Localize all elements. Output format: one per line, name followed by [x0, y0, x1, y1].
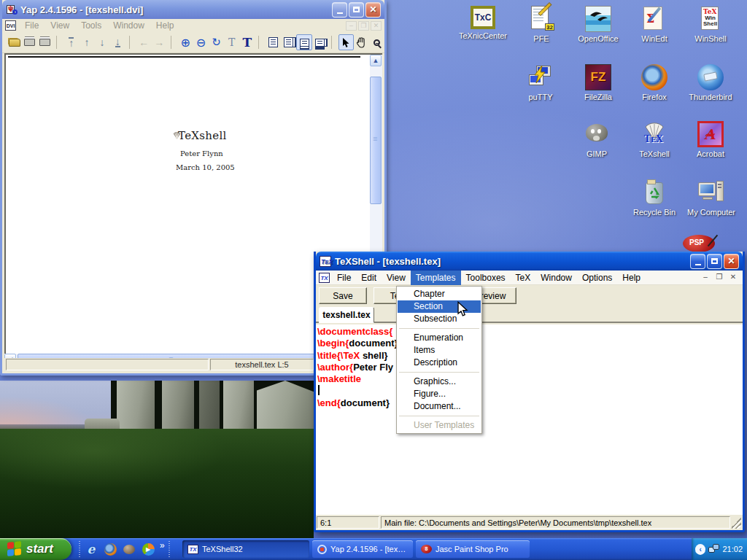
texshell-menu-toolboxes[interactable]: Toolboxes — [461, 271, 511, 285]
yap-mdi-close-button[interactable]: ✕ — [371, 21, 382, 31]
texshell-titlebar[interactable]: TEX TeXShell - [texshell.tex] ✕ — [316, 252, 743, 271]
templates-menu-item-chapter[interactable]: Chapter — [398, 288, 481, 300]
desktop-icon-openoffice[interactable]: OpenOffice — [569, 6, 627, 43]
zoom-out-icon[interactable]: ⊖ — [193, 34, 209, 50]
templates-menu-item-figure[interactable]: Figure... — [398, 388, 481, 400]
desktop-icon-my-computer[interactable]: My Computer — [682, 179, 740, 217]
text-caret — [318, 385, 320, 395]
yap-mdi-minimize-button[interactable]: – — [346, 21, 357, 31]
desktop-icon-paint-shop-pro[interactable]: PSP — [683, 235, 715, 252]
desktop-icon-texniccenter[interactable]: TxC TeXnicCenter — [454, 6, 512, 40]
texshell-menu-edit[interactable]: Edit — [356, 271, 382, 285]
print-page-icon[interactable] — [37, 34, 53, 50]
continuous-facing-view-icon[interactable] — [312, 34, 328, 50]
yap-menu-file[interactable]: File — [19, 19, 44, 32]
texshell-editor[interactable]: \documentclass{\begin{document}\title{\T… — [316, 324, 743, 515]
windows-flag-icon — [7, 541, 22, 557]
internet-explorer-icon[interactable]: e — [84, 542, 98, 556]
openoffice-icon — [585, 6, 611, 32]
media-player-icon[interactable]: ▶ — [141, 542, 155, 556]
desktop-icon-winshell[interactable]: TeX WinShell WinShell — [681, 6, 740, 43]
tab-texshell-tex[interactable]: texshell.tex — [319, 307, 374, 323]
desktop-icon-firefox[interactable]: Firefox — [625, 64, 684, 101]
taskbar-button-paint-shop-pro[interactable]: 8 Jasc Paint Shop Pro — [416, 540, 530, 558]
ruler-tool-icon[interactable]: T — [224, 34, 239, 50]
text-tool-icon[interactable]: T — [239, 34, 255, 50]
forward-icon[interactable]: → — [152, 34, 167, 50]
texshell-menu-window[interactable]: Window — [535, 271, 577, 285]
dvi-author: Peter Flynn — [180, 149, 223, 158]
texshell-close-button[interactable]: ✕ — [724, 254, 739, 269]
quick-launch-handle[interactable] — [79, 541, 80, 557]
texshell-mdi-minimize-button[interactable]: – — [700, 273, 711, 283]
taskbar-clock: 21:02 — [722, 545, 743, 553]
next-page-icon[interactable]: ↓ — [95, 34, 110, 50]
desktop-icon-recycle-bin[interactable]: Recycle Bin — [625, 179, 684, 217]
taskbar-button-texshell32[interactable]: TX TeXShell32 — [182, 540, 309, 558]
templates-menu-item-graphics[interactable]: Graphics... — [398, 376, 481, 388]
texshell-mdi-restore-button[interactable]: ❐ — [713, 273, 725, 283]
desktop-icon-gimp[interactable]: GIMP — [568, 121, 626, 158]
dvi-date: March 10, 2005 — [176, 163, 235, 171]
first-page-icon[interactable]: ↑ — [63, 34, 79, 50]
templates-menu-item-document[interactable]: Document... — [398, 400, 481, 413]
templates-menu-item-items[interactable]: Items — [398, 344, 481, 357]
start-button[interactable]: start — [0, 538, 71, 560]
yap-menubar: DVI File View Tools Window Help – ❐ ✕ — [2, 19, 384, 32]
yap-close-button[interactable]: ✕ — [365, 2, 381, 18]
scroll-up-button[interactable]: ▲ — [370, 55, 382, 66]
desktop-icon-filezilla[interactable]: FZ FileZilla — [569, 64, 627, 101]
desktop-icon-putty[interactable]: puTTY — [511, 64, 570, 101]
yap-maximize-button[interactable] — [349, 2, 364, 18]
texshell-menu-options[interactable]: Options — [577, 271, 617, 285]
taskband-handle[interactable] — [169, 541, 170, 557]
taskbar-button-yap[interactable]: Yap 2.4.1596 - [texs... — [312, 540, 413, 558]
open-file-icon[interactable] — [7, 34, 22, 50]
yap-menu-window[interactable]: Window — [107, 19, 150, 32]
yap-menu-help[interactable]: Help — [150, 19, 180, 32]
texshell-menu-tex[interactable]: TeX — [511, 271, 536, 285]
thunderbird-icon — [697, 64, 724, 90]
desktop-icon-pfe[interactable]: 32 PFE — [512, 6, 570, 43]
facing-pages-view-icon[interactable] — [281, 34, 296, 50]
zoom-in-icon[interactable]: ⊕ — [178, 34, 193, 50]
yap-menu-tools[interactable]: Tools — [75, 19, 107, 32]
last-page-icon[interactable]: ↓ — [110, 34, 125, 50]
previous-page-icon[interactable]: ↑ — [79, 34, 94, 50]
templates-menu-item-description[interactable]: Description — [398, 357, 481, 369]
continuous-view-icon[interactable] — [296, 34, 311, 50]
pfe-icon: 32 — [528, 6, 554, 32]
texshell-menu-templates[interactable]: Templates — [411, 271, 461, 285]
yap-titlebar[interactable]: ψ Yap 2.4.1596 - [texshell.dvi] ✕ — [2, 0, 384, 19]
texshell-mdi-close-button[interactable]: ✕ — [727, 273, 739, 283]
gimp-quick-icon[interactable] — [122, 542, 136, 556]
desktop-icon-acrobat[interactable]: A̴ Acrobat — [681, 121, 740, 158]
texshell-minimize-button[interactable] — [690, 254, 705, 269]
select-tool-icon[interactable] — [338, 34, 354, 50]
texshell-menu-view[interactable]: View — [382, 271, 411, 285]
tray-collapse-chevron-icon[interactable]: ‹ — [695, 544, 705, 555]
templates-menu-item-enumeration[interactable]: Enumeration — [398, 332, 481, 344]
desktop-icon-winedt[interactable]: Σ WinEdt — [625, 6, 684, 43]
magnifier-tool-icon[interactable] — [369, 34, 384, 50]
save-button[interactable]: Save — [319, 287, 367, 304]
refresh-icon[interactable]: ↻ — [209, 34, 224, 50]
desktop-icon-texshell[interactable]: TEX TeXshell — [625, 121, 684, 158]
single-page-view-icon[interactable] — [266, 34, 281, 50]
dvi-doc-icon: DVI — [5, 20, 16, 31]
texshell-menu-file[interactable]: File — [332, 271, 356, 285]
yap-mdi-restore-button[interactable]: ❐ — [358, 21, 369, 31]
desktop-icon-thunderbird[interactable]: Thunderbird — [681, 64, 740, 101]
firefox-quick-icon[interactable] — [103, 542, 117, 556]
yap-menu-view[interactable]: View — [44, 19, 75, 32]
texshell-maximize-button[interactable] — [707, 254, 722, 269]
print-icon[interactable] — [22, 34, 37, 50]
texshell-menu-help[interactable]: Help — [617, 271, 646, 285]
overflow-chevron[interactable]: » — [160, 538, 165, 551]
toolbar-separator — [331, 36, 337, 49]
hand-tool-icon[interactable] — [354, 34, 369, 50]
network-status-icon[interactable] — [708, 544, 719, 554]
resize-grip[interactable] — [732, 516, 741, 529]
back-icon[interactable]: ← — [136, 34, 152, 50]
yap-minimize-button[interactable] — [332, 2, 347, 18]
